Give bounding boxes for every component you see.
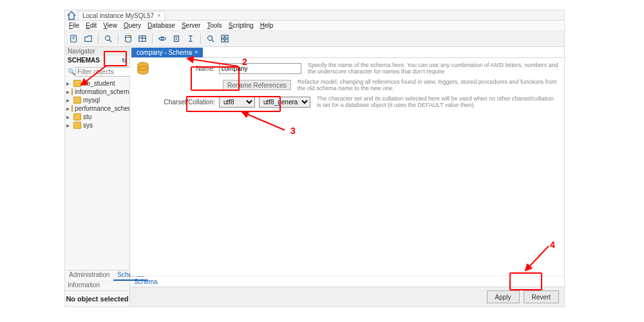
tree-item[interactable]: ▸mysql (66, 96, 128, 104)
schema-icon (135, 61, 151, 76)
name-label: Name: (158, 65, 219, 72)
svg-rect-9 (225, 39, 228, 42)
connection-tab-label: Local instance MySQL57 (82, 12, 154, 20)
tree-item[interactable]: ▸db_student (66, 79, 128, 88)
schema-editor-tab[interactable]: company - Schema × (131, 48, 203, 57)
menu-help[interactable]: Help (260, 22, 274, 29)
svg-point-4 (161, 37, 164, 40)
collation-select[interactable]: utf8_general_ci (259, 97, 310, 108)
menu-file[interactable]: File (69, 22, 79, 29)
svg-rect-8 (222, 39, 224, 42)
navigator-panel: Navigator SCHEMAS ↻ 🔍 ▸db_student ▸infor… (65, 47, 130, 307)
create-procedure-icon[interactable] (170, 32, 183, 45)
tree-item[interactable]: ▸information_schema (66, 88, 128, 96)
name-hint: Specify the name of the schema here. You… (301, 62, 559, 75)
menu-edit[interactable]: Edit (86, 22, 97, 29)
menu-server[interactable]: Server (182, 22, 200, 29)
svg-point-1 (106, 36, 110, 41)
filter-row: 🔍 (68, 66, 127, 77)
revert-button[interactable]: Revert (524, 290, 559, 303)
apply-button[interactable]: Apply (487, 290, 520, 303)
rename-hint: Refactor model, changing all references … (291, 79, 559, 91)
app-window: Local instance MySQL57 × File Edit View … (64, 10, 565, 307)
schema-editor-tab-label: company - Schema (137, 48, 192, 57)
search-icon[interactable] (204, 32, 217, 45)
connection-tab[interactable]: Local instance MySQL57 × (78, 11, 165, 20)
menu-query[interactable]: Query (124, 22, 141, 29)
filter-search-icon: 🔍 (68, 68, 75, 75)
tree-item[interactable]: ▸stu (66, 113, 128, 121)
editor-footer: Apply Revert (130, 287, 564, 307)
schema-tree: ▸db_student ▸information_schema ▸mysql ▸… (65, 78, 129, 270)
svg-point-5 (208, 36, 213, 41)
svg-rect-7 (225, 35, 228, 38)
schema-subtab[interactable]: Schema (130, 276, 564, 287)
tree-item[interactable]: ▸performance_schema (66, 104, 128, 113)
editor-tabbar: company - Schema × (130, 47, 564, 58)
menu-scripting[interactable]: Scripting (229, 22, 254, 29)
charset-select[interactable]: utf8 (219, 97, 255, 108)
close-icon[interactable]: × (194, 48, 198, 57)
refresh-icon[interactable]: ↻ (122, 56, 127, 65)
create-function-icon[interactable] (184, 32, 197, 45)
window-tabbar: Local instance MySQL57 × (65, 10, 564, 21)
toolbar (65, 31, 564, 47)
navigator-title: Navigator (65, 47, 129, 56)
schema-form: Name: Specify the name of the schema her… (130, 58, 564, 276)
inspector-icon[interactable] (102, 32, 115, 45)
schemas-header-label: SCHEMAS (68, 56, 100, 65)
open-sql-icon[interactable] (82, 32, 95, 45)
menu-view[interactable]: View (103, 22, 117, 29)
tree-item[interactable]: ▸sys (66, 121, 128, 129)
rename-references-button[interactable]: Rename References (223, 80, 291, 90)
create-schema-icon[interactable] (122, 32, 135, 45)
charset-hint: The character set and its collation sele… (310, 95, 559, 108)
charset-label: Charset/Collation: (158, 99, 219, 106)
close-icon[interactable]: × (157, 12, 160, 20)
create-view-icon[interactable] (156, 32, 169, 45)
navigator-tabs: Administration Schemas (65, 270, 129, 281)
create-table-icon[interactable] (136, 32, 149, 45)
new-sql-tab-icon[interactable] (68, 32, 80, 45)
tab-administration[interactable]: Administration (65, 270, 113, 281)
home-icon[interactable] (66, 11, 77, 19)
no-object-selected: No object selected (65, 290, 129, 307)
schema-name-input[interactable] (219, 63, 301, 74)
dashboard-icon[interactable] (218, 32, 231, 45)
menubar: File Edit View Query Database Server Too… (65, 21, 564, 31)
information-header: Information (65, 281, 129, 290)
menu-database[interactable]: Database (147, 22, 175, 29)
menu-tools[interactable]: Tools (207, 22, 222, 29)
svg-rect-6 (222, 35, 224, 38)
schemas-header: SCHEMAS ↻ (65, 56, 129, 65)
editor-area: company - Schema × Name: Specify the nam… (130, 47, 564, 307)
